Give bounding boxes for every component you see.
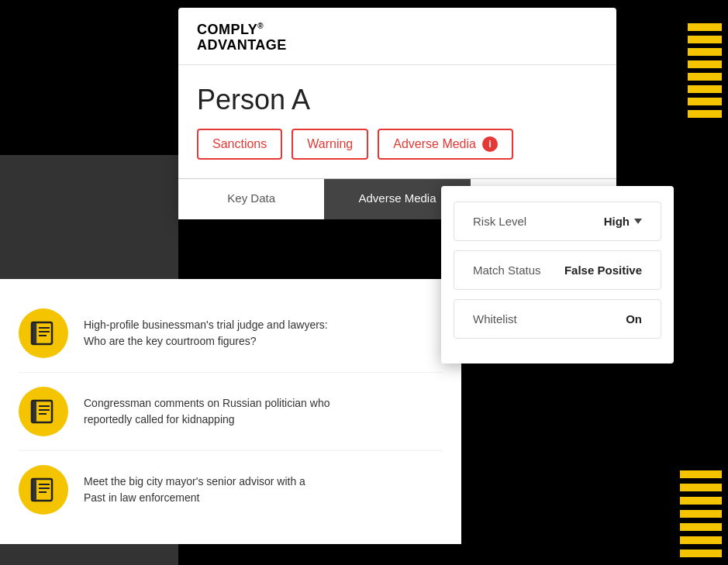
svg-rect-5 (33, 323, 36, 343)
person-name: Person A (178, 65, 616, 129)
logo: COMPLY® ADVANTAGE (197, 22, 598, 53)
risk-level-row[interactable]: Risk Level High (454, 202, 661, 241)
right-panel: Risk Level High Match Status False Posit… (441, 186, 674, 363)
tab-key-data[interactable]: Key Data (178, 179, 324, 219)
match-status-row[interactable]: Match Status False Positive (454, 250, 661, 290)
whitelist-label: Whitelist (473, 312, 517, 326)
news-icon-1 (19, 308, 68, 358)
news-item-3: Meet the big city mayor's senior advisor… (19, 451, 443, 529)
decorative-stripes-bottom (674, 348, 728, 565)
whitelist-value: On (626, 312, 642, 326)
whitelist-row[interactable]: Whitelist On (454, 299, 661, 339)
svg-rect-7 (33, 401, 36, 422)
news-section: High-profile businessman's trial judge a… (0, 279, 461, 544)
news-text-2: Congressman comments on Russian politici… (84, 395, 329, 428)
news-icon-3 (19, 465, 68, 515)
tag-adverse-media[interactable]: Adverse Media i (378, 129, 513, 160)
risk-level-label: Risk Level (473, 215, 526, 228)
news-text-3: Meet the big city mayor's senior advisor… (84, 474, 305, 506)
match-status-value: False Positive (564, 264, 642, 277)
news-item-1: High-profile businessman's trial judge a… (19, 295, 443, 373)
risk-level-dropdown-icon (634, 219, 642, 224)
tag-sanctions[interactable]: Sanctions (197, 129, 282, 160)
logo-bar: COMPLY® ADVANTAGE (178, 8, 616, 65)
news-item-2: Congressman comments on Russian politici… (19, 373, 443, 451)
match-status-label: Match Status (473, 264, 541, 277)
risk-level-value: High (604, 215, 642, 228)
svg-rect-12 (33, 480, 36, 500)
news-text-1: High-profile businessman's trial judge a… (84, 317, 328, 350)
tags-row: Sanctions Warning Adverse Media i (178, 129, 616, 178)
news-icon-2 (19, 387, 68, 436)
info-icon: i (482, 136, 498, 152)
tag-warning[interactable]: Warning (292, 129, 368, 160)
